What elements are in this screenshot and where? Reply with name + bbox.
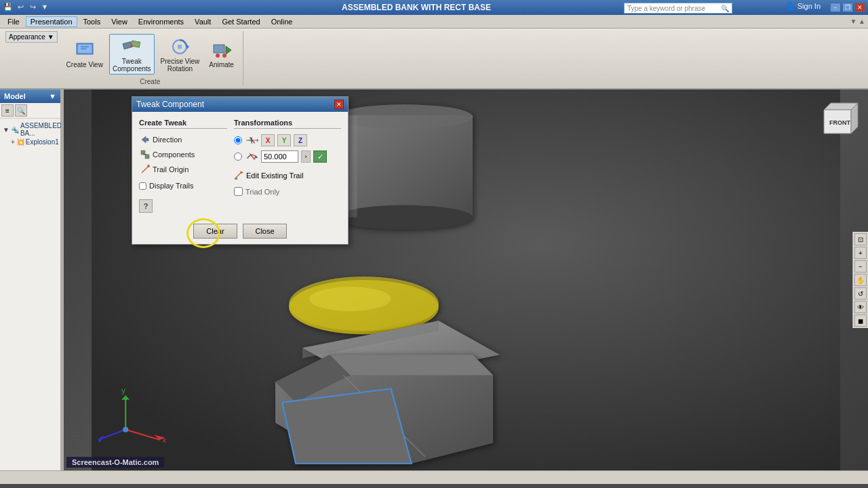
zoom-out-btn[interactable]: −	[854, 260, 867, 272]
qa-redo-btn[interactable]: ↪	[27, 1, 38, 12]
tree-search-btn[interactable]: 🔍	[15, 104, 27, 117]
svg-point-22	[309, 287, 391, 311]
components-label: Components	[153, 150, 195, 159]
svg-rect-4	[123, 41, 132, 49]
menu-tools[interactable]: Tools	[79, 16, 106, 27]
menu-view[interactable]: View	[106, 16, 132, 27]
close-dialog-btn[interactable]: Close	[243, 224, 287, 239]
dialog-body: Create Tweak Direction	[132, 112, 348, 220]
dialog-footer: Clear Close	[132, 220, 348, 244]
top-shape	[336, 104, 473, 230]
view-cube[interactable]: FRONT	[814, 96, 861, 144]
dialog-close-btn[interactable]: ✕	[334, 100, 344, 109]
svg-marker-11	[226, 46, 231, 54]
qa-undo-btn[interactable]: ↩	[15, 1, 26, 12]
user-icon: 👤	[785, 1, 795, 10]
restore-btn[interactable]: ❐	[842, 3, 853, 12]
transform-value-input[interactable]	[261, 150, 298, 163]
qa-save-btn[interactable]: 💾	[3, 1, 14, 12]
zoom-in-btn[interactable]: +	[854, 247, 867, 259]
clear-btn[interactable]: Clear	[193, 224, 237, 239]
close-btn[interactable]: ✕	[854, 3, 865, 12]
menu-presentation[interactable]: Presentation	[26, 16, 77, 27]
precise-view-rotation-btn[interactable]: Precise ViewRotation	[157, 34, 203, 75]
transformations-section: Transformations	[234, 119, 341, 213]
tree-filter-btn[interactable]: ≡	[1, 104, 14, 117]
main-area: Model ▼ ≡ 🔍 ▼ 🔩 ASSEMBLED BA... + 💥 Expl…	[0, 89, 868, 470]
svg-point-48	[147, 165, 150, 167]
svg-point-12	[216, 54, 220, 58]
quick-access-toolbar[interactable]: 💾 ↩ ↪ ▼	[3, 1, 50, 12]
svg-point-39	[123, 427, 128, 432]
translate-radio[interactable]	[234, 136, 242, 144]
tree-toolbar: ≡ 🔍	[0, 103, 60, 119]
appearance-label[interactable]: Appearance ▼	[5, 31, 58, 43]
assembled-label: ASSEMBLED BA...	[20, 122, 62, 137]
orbit-btn[interactable]: ↺	[854, 287, 867, 300]
triad-only-label[interactable]: Triad Only	[245, 188, 279, 196]
qa-more-btn[interactable]: ▼	[39, 1, 50, 12]
menu-online[interactable]: Online	[267, 16, 298, 27]
dialog-titlebar[interactable]: Tweak Component ✕	[132, 97, 348, 112]
rotate-radio[interactable]	[234, 152, 242, 161]
appearance-btn[interactable]: ◼	[854, 314, 867, 327]
y-axis-btn[interactable]: Y	[277, 134, 291, 146]
value-increment-btn[interactable]: ›	[301, 150, 311, 163]
triad-only-row: Triad Only	[234, 187, 341, 196]
svg-marker-43	[142, 136, 149, 143]
create-tweak-title: Create Tweak	[139, 119, 227, 129]
display-trails-label[interactable]: Display Trails	[149, 182, 193, 190]
svg-text:x: x	[162, 436, 166, 444]
zoom-fit-btn[interactable]: ⊡	[854, 233, 867, 245]
tweak-components[interactable]: Components	[139, 149, 227, 160]
svg-rect-9	[178, 45, 182, 49]
display-trails-checkbox[interactable]	[139, 182, 146, 190]
ribbon-content: Appearance ▼ Create View	[0, 28, 868, 88]
help-btn[interactable]: ?	[139, 199, 153, 213]
apply-transform-btn[interactable]: ✓	[313, 150, 327, 163]
signin-area[interactable]: 👤 Sign In	[785, 1, 821, 10]
edit-trail-row[interactable]: Edit Existing Trail	[234, 171, 341, 180]
search-bar[interactable]: Type a keyword or phrase 🔍	[624, 3, 732, 14]
precise-view-rotation-label: Precise ViewRotation	[161, 58, 200, 73]
model-dropdown[interactable]: ▼	[49, 92, 56, 100]
svg-point-18	[336, 104, 473, 129]
clear-btn-wrapper: Clear	[193, 224, 237, 239]
signin-label[interactable]: Sign In	[797, 2, 821, 10]
model-header: Model ▼	[0, 89, 60, 103]
create-view-btn[interactable]: Create View	[63, 37, 106, 71]
search-icon[interactable]: 🔍	[721, 5, 729, 12]
tweak-components-btn[interactable]: TweakComponents	[109, 34, 155, 75]
model-tree: ▼ 🔩 ASSEMBLED BA... + 💥 Explosion1	[0, 119, 60, 149]
animate-btn[interactable]: Animate	[205, 37, 237, 71]
svg-marker-50	[257, 138, 258, 142]
view-cube-front: FRONT	[829, 119, 850, 126]
ribbon-group-create-label: Create	[140, 78, 160, 85]
tree-item-explosion[interactable]: + 💥 Explosion1	[3, 138, 58, 146]
create-view-icon	[74, 39, 96, 61]
tweak-trail-origin[interactable]: Trail Origin	[139, 164, 227, 175]
minimize-btn[interactable]: −	[830, 3, 841, 12]
transformations-title: Transformations	[234, 119, 341, 129]
menu-vault[interactable]: Vault	[190, 16, 216, 27]
watermark: Screencast-O-Matic.com	[66, 457, 164, 468]
menu-file[interactable]: File	[3, 16, 24, 27]
menu-bar: File Presentation Tools View Environment…	[0, 15, 868, 28]
tree-expand-icon[interactable]: ▼	[3, 126, 9, 134]
window-controls[interactable]: − ❐ ✕	[830, 3, 865, 12]
pan-btn[interactable]: ✋	[854, 274, 867, 286]
viewport[interactable]: x y FRONT	[64, 89, 868, 470]
svg-rect-16	[336, 115, 473, 218]
menu-environments[interactable]: Environments	[134, 16, 189, 27]
appearance-dropdown[interactable]: Appearance ▼	[5, 31, 58, 43]
tweak-direction[interactable]: Direction	[139, 134, 227, 145]
x-axis-btn[interactable]: X	[261, 134, 275, 146]
tree-item-assembled[interactable]: ▼ 🔩 ASSEMBLED BA...	[3, 121, 58, 138]
look-btn[interactable]: 👁	[854, 301, 867, 313]
help-area: ?	[139, 194, 227, 213]
z-axis-btn[interactable]: Z	[294, 134, 307, 146]
triad-only-checkbox[interactable]	[234, 187, 243, 196]
dropdown-indicator[interactable]: ▼ ▲	[850, 18, 865, 25]
menu-get-started[interactable]: Get Started	[217, 16, 264, 27]
direction-label: Direction	[153, 136, 182, 144]
